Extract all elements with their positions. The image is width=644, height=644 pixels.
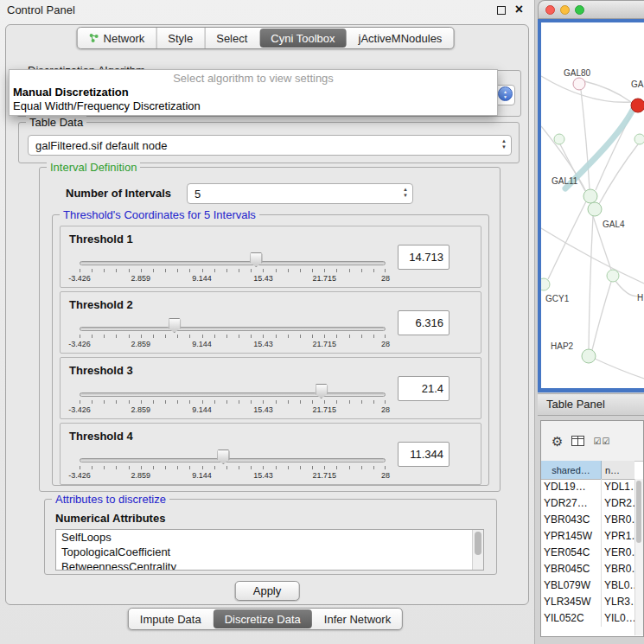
scale-label: 15.43 [253,340,273,348]
scale-label: 9.144 [192,274,212,283]
network-node-label: HAP2 [551,341,574,351]
dropdown-option-equal-width[interactable]: Equal Width/Frequency Discretization [10,99,497,113]
apply-button[interactable]: Apply [235,581,300,601]
network-node[interactable] [634,134,644,144]
table-row[interactable]: YIL052CYIL0… [541,610,634,627]
table-cell[interactable]: YDL1… [602,479,634,495]
network-node[interactable] [582,349,596,363]
select-columns-checkbox-icons[interactable]: ☑☑ [593,437,610,446]
number-of-intervals-combobox[interactable]: 5 ▲ ▼ [187,183,413,204]
network-node[interactable] [607,270,619,282]
slider-track[interactable] [80,458,386,462]
network-node[interactable] [588,202,602,216]
table-cell[interactable]: YBL079W [541,577,602,594]
table-cell[interactable]: YDR27… [541,495,602,512]
table-row[interactable]: YBL079WYBL0… [541,577,634,594]
tab-jactivemnodules[interactable]: jActiveMNodules [348,28,454,48]
table-row[interactable]: YBR043CYBR0… [541,512,634,528]
table-data-combobox[interactable]: galFiltered.sif default node ▲ ▼ [28,135,512,156]
table-cell[interactable]: YER054C [541,545,602,561]
threshold-value-box[interactable]: 11.344 [398,442,450,467]
tab-impute-data[interactable]: Impute Data [129,609,213,629]
scrollbar-thumb[interactable] [636,481,641,543]
network-node[interactable] [554,134,564,144]
table-cell[interactable]: YPR1… [602,528,634,545]
minimize-traffic-light-icon[interactable] [560,5,570,15]
float-window-icon[interactable] [497,6,506,15]
cyni-bottom-tabbar: Impute Data Discretize Data Infer Networ… [128,608,403,630]
slider-track[interactable] [80,392,386,397]
table-cell[interactable]: YBR0… [602,512,634,528]
table-cell[interactable]: YER0… [602,545,634,561]
table-row[interactable]: YPR145WYPR1… [541,528,634,545]
table-cell[interactable]: YDL19… [541,479,602,495]
table-cell[interactable]: YBR0… [602,561,634,577]
threshold-slider[interactable]: -3.4262.8599.14415.4321.71528 [80,258,386,285]
tab-label: Cyni Toolbox [271,32,335,45]
tab-infer-network[interactable]: Infer Network [313,609,402,629]
dropdown-prompt-item[interactable]: Select algorithm to view settings [10,71,497,86]
table-cell[interactable]: YIL0… [602,610,634,627]
combobox-stepper-icon[interactable]: ▲ ▼ [498,86,513,101]
table-cell[interactable]: YBL0… [602,577,634,594]
tab-network[interactable]: Network [78,28,156,48]
threshold-value-box[interactable]: 21.4 [398,376,450,401]
table-cell[interactable]: YLR3… [602,594,634,610]
table-row[interactable]: YDL19…YDL1… [541,479,634,495]
slider-scale-labels: -3.4262.8599.14415.4321.71528 [80,471,386,481]
slider-track[interactable] [80,261,386,265]
close-traffic-light-icon[interactable] [545,5,555,15]
network-window-titlebar[interactable] [538,0,644,19]
table-row[interactable]: YBR045CYBR0… [541,561,634,577]
table-scrollbar[interactable] [634,479,643,635]
network-canvas[interactable]: GAL80GAGAL11GAL4GCY1HHAP2 [541,22,644,388]
network-view-window: GAL80GAGAL11GAL4GCY1HHAP2 [538,0,644,392]
threshold-slider[interactable]: -3.4262.8599.14415.4321.71528 [80,455,386,482]
columns-icon[interactable] [571,436,584,446]
table-row[interactable]: YDR27…YDR2… [541,495,634,512]
tab-select[interactable]: Select [204,28,258,48]
scale-label: 28 [381,471,390,480]
tab-cyni-toolbox[interactable]: Cyni Toolbox [259,29,346,48]
table-panel-titlebar[interactable]: Table Panel [538,393,644,416]
threshold-title: Threshold 2 [69,298,133,311]
network-node[interactable] [631,99,644,112]
control-panel-titlebar[interactable]: Control Panel × [0,0,534,19]
tab-discretize-data[interactable]: Discretize Data [214,609,312,628]
table-cell[interactable]: YLR345W [541,594,602,610]
attribute-list-item[interactable]: TopologicalCoefficient [56,545,483,559]
table-cell[interactable]: YBR045C [541,561,602,577]
attribute-list-item[interactable]: SelfLoops [56,530,483,545]
attribute-list-item[interactable]: BetweennessCentrality [56,559,483,571]
slider-track[interactable] [80,327,386,331]
tab-style[interactable]: Style [156,28,204,48]
dropdown-option-manual[interactable]: Manual Discretization [10,86,497,99]
network-node[interactable] [583,189,597,203]
threshold-slider[interactable]: -3.4262.8599.14415.4321.71528 [80,323,386,351]
threshold-value-box[interactable]: 6.316 [398,310,450,335]
attributes-listbox[interactable]: SelfLoopsTopologicalCoefficientBetweenne… [55,529,484,571]
table-cell[interactable]: YIL052C [541,610,602,627]
column-header-name[interactable]: n… [602,461,634,479]
threshold-title: Threshold 3 [69,364,133,377]
attributes-group: Attributes to discretize Numerical Attri… [44,499,497,575]
threshold-slider[interactable]: -3.4262.8599.14415.4321.71528 [80,389,386,417]
attributes-scrollbar[interactable] [472,530,483,570]
threshold-value-box[interactable]: 14.713 [398,245,450,270]
combobox-stepper-icon[interactable]: ▲ ▼ [403,187,408,199]
combobox-stepper-icon[interactable]: ▲ ▼ [501,138,507,150]
table-row[interactable]: YLR345WYLR3… [541,594,634,610]
scrollbar-thumb[interactable] [475,532,481,555]
table-cell[interactable]: YPR145W [541,528,602,545]
gear-icon[interactable]: ⚙ [552,435,563,448]
network-node[interactable] [541,278,550,290]
table-panel-title: Table Panel [538,394,644,415]
table-cell[interactable]: YBR043C [541,512,602,528]
column-header-shared-name[interactable]: shared… [541,461,602,479]
scale-label: 15.43 [253,471,273,480]
close-window-icon[interactable]: × [515,2,523,17]
network-node[interactable] [573,78,585,90]
zoom-traffic-light-icon[interactable] [575,5,584,15]
table-cell[interactable]: YDR2… [602,495,634,512]
table-row[interactable]: YER054CYER0… [541,545,634,561]
